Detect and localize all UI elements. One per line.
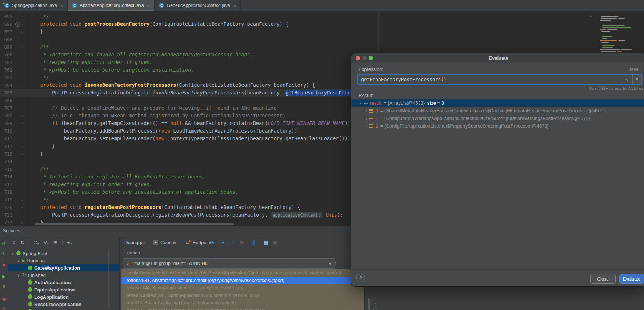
frame-row[interactable]: refresh:531, AbstractApplicationContext … [121, 277, 366, 284]
stop-icon[interactable]: ■ [0, 262, 8, 268]
evaluate-button[interactable]: Evaluate [619, 274, 644, 284]
fold-end-icon[interactable]: ▵ [21, 219, 23, 226]
force-step-into-icon[interactable]: ↓ [226, 239, 228, 245]
code-text: * Instantiate and register all BeanPostP… [28, 173, 206, 181]
add-service-icon[interactable]: +▾ [67, 240, 72, 245]
frame-row[interactable]: run:140, SpringApplicationBuilder (org.s… [121, 307, 366, 310]
tree-item-LogApplication[interactable]: LogApplication [8, 293, 119, 301]
tab-console[interactable]: ▸Console [153, 240, 178, 245]
frame-row[interactable]: refreshContext:391, SpringApplication (o… [121, 292, 366, 299]
collapse-all-icon[interactable]: ⇅ [20, 240, 24, 245]
thread-selector[interactable]: ✓ "main"@1 in group "main": RUNNING ▼ [123, 258, 335, 269]
fold-end-icon[interactable]: ▵ [21, 150, 23, 158]
code-token: (ConfigurableListableBeanFactory beanFac… [176, 82, 315, 88]
pause-icon[interactable]: ‖ [0, 284, 8, 290]
dialog-title-bar[interactable]: Evaluate [351, 53, 644, 63]
fold-start-icon[interactable]: ▿ [21, 104, 23, 112]
group-by-icon[interactable]: ∷▾ [34, 240, 39, 245]
tree-item-Running[interactable]: ∨▶Running [8, 257, 119, 264]
line-number: 696 [0, 20, 12, 28]
result-root-row[interactable]: ∨∞result= {ArrayList@4533} size = 3 [351, 99, 644, 107]
tree-item-partial[interactable] [8, 308, 119, 310]
close-icon[interactable]: × [147, 3, 150, 8]
result-child-row[interactable]: ›1= {ConfigurationWarningsApplicationCon… [351, 114, 644, 122]
chevron-right-icon[interactable]: › [366, 109, 367, 113]
minimap-bar [601, 18, 617, 19]
frame-row[interactable]: run:312, SpringApplication (org.springfr… [121, 299, 366, 306]
view-breakpoints-icon[interactable]: ◉ [0, 296, 8, 302]
result-tree[interactable]: ∨∞result= {ArrayList@4533} size = 3›0= {… [351, 99, 644, 139]
close-icon[interactable]: × [233, 3, 236, 8]
frames-list[interactable]: invokeBeanFactoryPostProcessors:705, Abs… [121, 269, 366, 310]
tab-debugger[interactable]: Debugger [124, 240, 145, 245]
code-line-697[interactable]: 697▵ } [0, 28, 644, 36]
chevron-down-icon[interactable]: ⌄ [373, 300, 377, 305]
frame-row[interactable]: refresh:744, SpringApplication (org.spri… [121, 284, 366, 291]
chevron-right-icon[interactable]: › [366, 116, 367, 121]
resume-icon[interactable]: ▶ [0, 274, 8, 279]
tree-item-ResourceApplication[interactable]: ResourceApplication [8, 301, 119, 308]
fold-end-icon[interactable]: ▵ [21, 196, 23, 204]
code-text: beanFactory.setTempClassLoader(new Conte… [28, 135, 353, 142]
tree-item-GateWayApplication[interactable]: GateWayApplication [8, 264, 119, 271]
rerun-application-icon[interactable]: ↻ [0, 251, 8, 257]
copy-stack-icon[interactable]: ❐ [373, 307, 377, 310]
fold-start-icon[interactable]: ▿ [21, 20, 23, 28]
step-over-icon[interactable]: ↷ [210, 239, 215, 245]
chevron-down-icon[interactable]: ∨ [359, 101, 362, 105]
filter-icon[interactable]: ∇▾ [44, 240, 49, 245]
code-line-699[interactable]: 699▿ /** [0, 43, 644, 51]
close-icon[interactable]: × [60, 3, 63, 8]
language-selector[interactable]: Java▾ [629, 67, 641, 72]
expression-history-dropdown[interactable]: ▼ [632, 75, 641, 84]
editor-horizontal-scrollbar[interactable] [35, 223, 234, 225]
editor-tab-bar: CSpringApplication.java×CAbstractApplica… [0, 0, 644, 11]
fold-end-icon[interactable]: ▵ [21, 112, 23, 120]
code-token: invokeBeanFactoryPostProcessors [152, 90, 244, 96]
close-button[interactable]: Close [590, 274, 616, 284]
more-icon[interactable]: ≣ [273, 239, 277, 245]
fold-end-icon[interactable]: ▵ [21, 28, 23, 36]
fold-end-icon[interactable]: ▵ [21, 74, 23, 81]
evaluate-expression-icon[interactable]: ▦ [264, 239, 268, 245]
frame-up-icon[interactable]: ↑ [334, 260, 337, 266]
chevron-right-icon[interactable]: › [366, 124, 367, 128]
fold-start-icon[interactable]: ▿ [21, 165, 23, 173]
expression-text: getBeanFactoryPostProcessors [361, 77, 441, 82]
tree-item-EquiptApplication[interactable]: EquiptApplication [8, 286, 119, 293]
tab-endpoints[interactable]: Endpoints [186, 240, 214, 245]
code-line-698[interactable]: 698 [0, 36, 644, 43]
tree-item-Finished[interactable]: ∨↻Finished [8, 271, 119, 279]
fold-start-icon[interactable]: ▿ [21, 43, 23, 51]
fold-start-icon[interactable]: ▿ [21, 120, 23, 127]
icon-glyph: ⇕ [12, 240, 16, 245]
step-into-icon[interactable]: ↓ [219, 239, 221, 245]
result-child-row[interactable]: ›0= {SharedMetadataReaderFactoryContextI… [351, 107, 644, 114]
services-tree-scrollbar[interactable] [108, 250, 109, 308]
editor-tab[interactable]: CGenericApplicationContext.java× [155, 0, 241, 11]
tree-item-AuthApplication[interactable]: AuthApplication [8, 279, 119, 286]
rerun-icon[interactable]: ⟳ [0, 241, 8, 247]
help-button[interactable]: ? [356, 274, 365, 282]
drop-frame-icon[interactable]: ✕ [240, 239, 244, 245]
step-out-icon[interactable]: ↑ [233, 239, 235, 245]
fold-end-icon[interactable]: ▵ [21, 13, 23, 20]
code-line-696[interactable]: 696↓▿ protected void postProcessBeanFact… [0, 20, 644, 28]
editor-tab[interactable]: CSpringApplication.java× [0, 0, 68, 11]
services-tree[interactable]: ∨Spring Boot∨▶RunningGateWayApplication∨… [8, 248, 119, 310]
fold-start-icon[interactable]: ▿ [21, 204, 23, 211]
editor-tab[interactable]: CAbstractApplicationContext.java× [68, 0, 155, 11]
frame-row[interactable]: invokeBeanFactoryPostProcessors:705, Abs… [121, 269, 366, 277]
fold-end-icon[interactable]: ▵ [21, 142, 23, 150]
override-method-icon[interactable]: ↓ [15, 22, 20, 27]
mute-breakpoints-icon[interactable]: ⊘ [0, 306, 8, 310]
expression-input[interactable]: getBeanFactoryPostProcessors() ↔ ▼ [358, 74, 642, 85]
code-line-695[interactable]: 695▵ */ [0, 13, 644, 20]
fold-start-icon[interactable]: ▿ [21, 81, 23, 89]
run-to-cursor-icon[interactable]: →| [248, 239, 255, 245]
tree-item-Spring Boot[interactable]: ∨Spring Boot [8, 250, 119, 257]
variables-scrollbar[interactable] [368, 298, 370, 310]
add-pattern-icon[interactable]: ⊞ [53, 240, 57, 245]
result-child-row[interactable]: ›2= {ConfigFileApplicationListener$Prope… [351, 122, 644, 130]
expand-all-icon[interactable]: ⇕ [12, 240, 16, 245]
